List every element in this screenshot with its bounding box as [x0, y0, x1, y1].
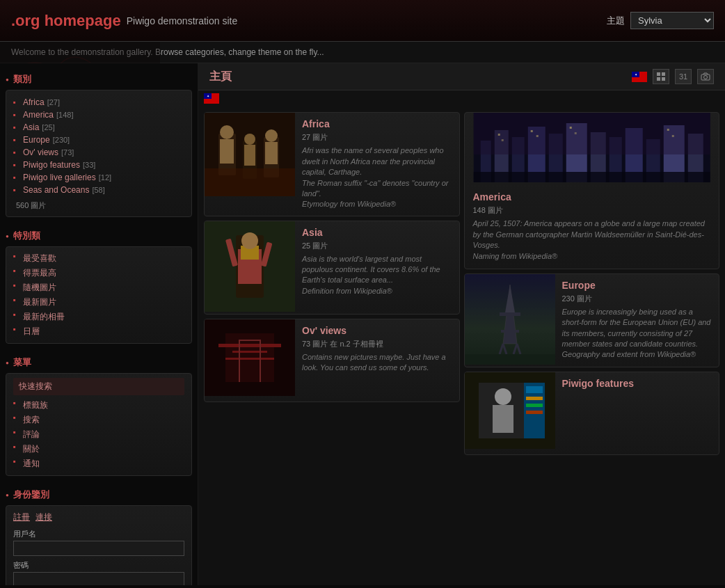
header: .org homepage Piwigo demonstration site …: [0, 0, 725, 42]
left-column[interactable]: Africa 27 圖片 Afri was the name of severa…: [204, 112, 460, 580]
ov-title: Ov' views: [302, 325, 452, 336]
calendar-icon[interactable]: 31: [675, 69, 692, 84]
welcome-text: Welcome to the demonstration gallery. Br…: [11, 47, 324, 57]
special-recent-photos-link[interactable]: 最新圖片: [13, 295, 184, 310]
grid-view-icon[interactable]: [653, 69, 669, 84]
piwigo-live-count: [12]: [99, 173, 111, 182]
site-title-text: .org homepage: [11, 12, 121, 29]
flag-icon: ✦: [632, 72, 647, 82]
special-calendar-link[interactable]: 日層: [13, 324, 184, 339]
europe-count: [230]: [53, 136, 70, 144]
piwigo-title: Piwigo features: [562, 378, 712, 389]
gallery-area[interactable]: Africa 27 圖片 Afri was the name of severa…: [198, 106, 725, 585]
svg-rect-74: [465, 274, 555, 365]
africa-photo-count: 27 圖片: [302, 132, 452, 143]
register-link[interactable]: 註冊: [13, 511, 30, 523]
svg-rect-15: [657, 77, 660, 81]
menu-tags-link[interactable]: 標籤族: [13, 398, 184, 413]
special-favorites-link[interactable]: 最受喜歡: [13, 251, 184, 266]
list-item: America [148]: [13, 109, 184, 121]
category-america-link[interactable]: America: [23, 110, 54, 120]
asia-card: Asia 25 圖片 Asia is the world's largest a…: [204, 221, 460, 315]
list-item: Seas and Oceans [58]: [13, 184, 184, 196]
ov-photo-count: 73 圖片 在 n.2 子相冊裡: [302, 339, 452, 349]
camera-icon[interactable]: [697, 69, 714, 84]
europe-info: Europe 230 圖片 Europe is increasingly bei…: [555, 274, 719, 367]
piwigo-features-card: Piwigo features: [464, 372, 720, 455]
special-title: 特別類: [6, 227, 192, 246]
asia-title: Asia: [302, 227, 452, 238]
category-ovviews-link[interactable]: Ov' views: [23, 148, 58, 157]
identity-title: 身份鑒別: [6, 486, 192, 505]
content-header: 主頁 ✦ 31: [198, 63, 725, 90]
asia-description: Asia is the world's largest and most pop…: [302, 254, 452, 297]
list-item: Africa [27]: [13, 96, 184, 109]
right-column[interactable]: America 148 圖片 April 25, 1507: America a…: [464, 112, 720, 580]
africa-thumbnail: [205, 113, 295, 196]
content-area: 主頁 ✦ 31: [198, 63, 725, 585]
america-info: America 148 圖片 April 25, 1507: America a…: [465, 184, 719, 269]
svg-rect-44: [205, 319, 295, 396]
category-seas-link[interactable]: Seas and Oceans: [23, 185, 89, 195]
ov-views-card: Ov' views 73 圖片 在 n.2 子相冊裡 Contains new …: [204, 319, 460, 402]
content-actions: ✦ 31: [632, 69, 714, 84]
america-photo-count: 148 圖片: [473, 205, 711, 216]
piwigo-features-count: [33]: [83, 161, 95, 169]
login-link[interactable]: 連接: [35, 511, 52, 523]
theme-selector: 主題 Sylvia Bootstrap Default Clear Elegan…: [607, 12, 714, 29]
africa-title: Africa: [302, 118, 452, 129]
password-label: 密碼: [13, 560, 184, 571]
username-label: 用戶名: [13, 529, 184, 539]
quick-search-label: 快速搜索: [13, 378, 184, 395]
list-item: Asia [25]: [13, 121, 184, 134]
europe-photo-count: 230 圖片: [562, 294, 712, 304]
menu-about-link[interactable]: 關於: [13, 442, 184, 456]
asia-thumbnail: [205, 221, 295, 314]
gallery-grid: Africa 27 圖片 Afri was the name of severa…: [204, 112, 719, 580]
category-asia-link[interactable]: Asia: [23, 122, 39, 132]
america-card: America 148 圖片 April 25, 1507: America a…: [464, 112, 720, 269]
list-item: Europe [230]: [13, 134, 184, 146]
category-piwigo-features-link[interactable]: Piwigo features: [23, 160, 80, 170]
america-description: April 25, 1507: America appears on a glo…: [473, 218, 711, 262]
menu-search-link[interactable]: 搜索: [13, 413, 184, 427]
svg-rect-38: [205, 221, 295, 312]
username-input[interactable]: [13, 541, 184, 556]
special-random-link[interactable]: 隨機圖片: [13, 280, 184, 295]
flag-row: ✦: [198, 90, 725, 106]
europe-description: Europe is increasingly being used as a s…: [562, 307, 712, 360]
identity-section: 身份鑒別 註冊 連接 用戶名 密碼 自動連接 確認: [6, 486, 192, 585]
sidebar: 類別 Africa [27] America [148] Asia [25]: [0, 63, 198, 585]
total-count: 560 圖片: [13, 200, 184, 211]
europe-thumbnail: [465, 274, 555, 367]
menu-title: 菜單: [6, 353, 192, 373]
svg-rect-16: [662, 77, 665, 81]
page-title: 主頁: [209, 70, 232, 84]
africa-card: Africa 27 圖片 Afri was the name of severa…: [204, 112, 460, 216]
europe-card: Europe 230 圖片 Europe is increasingly bei…: [464, 273, 720, 367]
theme-select[interactable]: Sylvia Bootstrap Default Clear Elegant P…: [630, 12, 714, 29]
categories-section: 類別 Africa [27] America [148] Asia [25]: [6, 70, 192, 217]
welcome-bar: Welcome to the demonstration gallery. Br…: [0, 42, 725, 63]
identity-box: 註冊 連接 用戶名 密碼 自動連接 確認: [6, 505, 192, 585]
asia-count: [25]: [42, 123, 54, 132]
ov-thumbnail: [205, 319, 295, 402]
password-row: 密碼: [13, 560, 184, 585]
menu-notify-link[interactable]: 通知: [13, 456, 184, 471]
username-row: 用戶名: [13, 529, 184, 556]
svg-rect-67: [473, 172, 710, 182]
special-box: 最受喜歡 得票最高 隨機圖片 最新圖片 最新的相冊 日層: [6, 246, 192, 344]
svg-rect-14: [662, 72, 665, 76]
special-most-voted-link[interactable]: 得票最高: [13, 266, 184, 280]
special-section: 特別類 最受喜歡 得票最高 隨機圖片 最新圖片 最新的相冊 日層: [6, 227, 192, 344]
password-input[interactable]: [13, 572, 184, 585]
africa-info: Africa 27 圖片 Afri was the name of severa…: [295, 113, 459, 215]
ov-info: Ov' views 73 圖片 在 n.2 子相冊裡 Contains new …: [295, 319, 459, 402]
category-africa-link[interactable]: Africa: [23, 97, 45, 107]
africa-count: [27]: [47, 98, 60, 106]
menu-comments-link[interactable]: 評論: [13, 427, 184, 442]
category-europe-link[interactable]: Europe: [23, 135, 50, 145]
category-piwigo-live-link[interactable]: Piwigo live galleries: [23, 173, 96, 182]
special-recent-albums-link[interactable]: 最新的相冊: [13, 310, 184, 324]
asia-info: Asia 25 圖片 Asia is the world's largest a…: [295, 221, 459, 314]
